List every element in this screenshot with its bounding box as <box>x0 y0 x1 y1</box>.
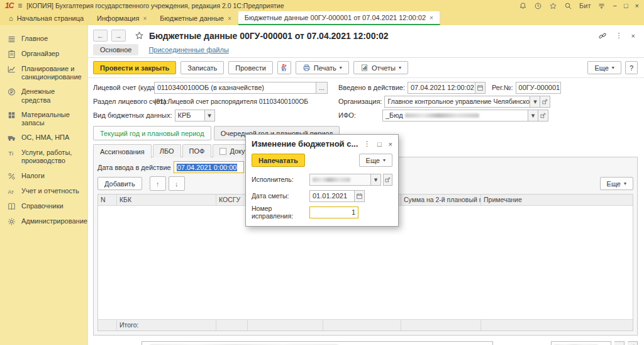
tab-home[interactable]: ⌂ Начальная страница <box>3 11 91 25</box>
calendar-icon[interactable] <box>355 190 365 202</box>
account-input[interactable]: 01103400100ОБ (в казначействе) <box>154 82 316 94</box>
reports-button[interactable]: Отчеты ▾ <box>353 61 408 74</box>
entry-date-input[interactable]: 07.04.2021 0:00:00 <box>174 161 244 173</box>
tab-information[interactable]: Информация × <box>91 11 153 25</box>
post-and-close-button[interactable]: Провести и закрыть <box>93 61 176 74</box>
history-clock-icon[interactable] <box>534 2 542 10</box>
account-section-label: Раздел лицевого счета: <box>93 98 152 105</box>
help-button[interactable]: ? <box>625 61 638 74</box>
open-form-icon[interactable] <box>540 96 550 108</box>
more-button[interactable]: Еще ▾ <box>587 61 621 74</box>
tab-budget-data-list[interactable]: Бюджетные данные × <box>153 11 238 25</box>
notifications-bell-icon[interactable] <box>519 2 527 10</box>
dialog-maximize-icon[interactable]: □ <box>377 140 382 148</box>
executor-label: Исполнитель: <box>252 176 309 183</box>
calendar-icon[interactable] <box>475 82 486 94</box>
favorites-star-icon[interactable] <box>549 2 557 10</box>
table-footer-row: Итого: <box>98 319 633 331</box>
sidebar-item-fixed-assets[interactable]: ОС, НМА, НПА <box>0 130 87 145</box>
tab-label: Начальная страница <box>17 14 84 22</box>
nav-link-attached-files[interactable]: Присоединенные файлы <box>148 46 228 54</box>
main-menu-icon[interactable]: ≡ <box>18 1 22 10</box>
close-tab-icon[interactable]: × <box>430 14 433 21</box>
sidebar-item-materials[interactable]: Материальные запасы <box>0 108 87 130</box>
sidebar-item-money[interactable]: Денежные средства <box>0 84 87 107</box>
add-row-button[interactable]: Добавить <box>97 177 142 190</box>
tab-lbo[interactable]: ЛБО <box>153 144 181 157</box>
budget-kind-input[interactable]: КРБ <box>175 110 205 122</box>
back-button[interactable]: ← <box>93 30 108 42</box>
tab-assignations[interactable]: Ассигнования <box>93 144 152 158</box>
close-document-icon[interactable]: × <box>631 32 635 40</box>
search-icon[interactable] <box>564 2 572 10</box>
close-window-button[interactable]: × <box>635 2 639 9</box>
account-select-button[interactable]: ... <box>316 82 328 94</box>
caret-down-icon: ▾ <box>624 181 626 186</box>
regno-input[interactable]: 00ГУ-000001 <box>516 82 561 94</box>
more-vertical-icon[interactable]: ⋮ <box>616 31 623 40</box>
sidebar-item-accounting[interactable]: Учет и отчетность <box>0 184 87 199</box>
book-icon <box>7 202 16 211</box>
document-nav: Основное Присоединенные файлы <box>88 43 644 58</box>
copy-link-icon[interactable] <box>598 31 607 40</box>
period-current-year-button[interactable]: Текущий год и плановый период <box>93 126 211 140</box>
caret-down-icon: ▾ <box>340 65 342 71</box>
sidebar-item-taxes[interactable]: Налоги <box>0 169 87 184</box>
estimate-date-input[interactable]: 01.01.2021 <box>309 190 355 202</box>
bit-service-menu[interactable]: Бит <box>579 2 591 9</box>
sidebar-item-organizer[interactable]: Органайзер <box>0 47 87 62</box>
sidebar-item-planning[interactable]: Планирование и санкционирование <box>0 62 87 84</box>
tab-budget-data-document[interactable]: Бюджетные данные 00ГУ-000001 от 07.04.20… <box>238 11 440 25</box>
window-titlebar: 1С ≡ [КОПИЯ] Бухгалтерия государственног… <box>0 0 644 11</box>
responsible-input[interactable] <box>551 341 611 345</box>
dtkt-icon: Дт Кт <box>282 64 287 72</box>
correction-number-input[interactable]: 1 <box>309 206 358 218</box>
effective-date-input[interactable]: 07.04.2021 12:00:02 <box>408 82 475 94</box>
ifo-input[interactable]: _Бюд <box>382 110 528 122</box>
ifo-dropdown[interactable]: ▾ <box>528 110 538 122</box>
post-button[interactable]: Провести <box>228 61 273 74</box>
print-estimate-button[interactable]: Напечатать <box>252 154 305 167</box>
button-label: Еще <box>366 157 380 164</box>
sidebar-item-services[interactable]: Услуги, работы, производство <box>0 145 87 168</box>
save-button[interactable]: Записать <box>180 61 224 74</box>
dialog-more-vertical-icon[interactable]: ⋮ <box>364 140 370 148</box>
move-up-button[interactable]: ↑ <box>150 176 166 191</box>
caret-down-icon: ▾ <box>399 65 401 71</box>
comment-input[interactable]: Г <box>142 341 493 345</box>
move-down-button[interactable]: ↓ <box>169 176 185 191</box>
forward-button[interactable]: → <box>111 30 126 42</box>
open-form-icon[interactable] <box>538 110 548 122</box>
dialog-more-button[interactable]: Еще ▾ <box>359 154 392 167</box>
service-settings-icon[interactable] <box>597 2 606 10</box>
entry-date-value: 07.04.2021 0:00:00 <box>177 164 238 171</box>
organization-dropdown[interactable]: ▾ <box>530 96 540 108</box>
tab-pof[interactable]: ПОФ <box>182 144 212 157</box>
table-more-button[interactable]: Еще ▾ <box>600 177 633 190</box>
restore-button[interactable]: □ <box>624 2 628 9</box>
button-label: Напечатать <box>258 157 298 164</box>
minimize-button[interactable]: − <box>613 2 616 9</box>
budget-kind-dropdown[interactable]: ▾ <box>205 110 215 122</box>
close-tab-icon[interactable]: × <box>228 15 231 22</box>
sidebar-item-main[interactable]: Главное <box>0 31 87 47</box>
responsible-dropdown[interactable]: ▾ <box>614 341 625 345</box>
executor-dropdown[interactable]: ▾ <box>371 174 380 186</box>
checkbox-icon[interactable] <box>219 148 226 155</box>
organization-input[interactable]: Главное контрольное управление Челябинск… <box>384 96 530 108</box>
dialog-close-icon[interactable]: × <box>389 140 392 148</box>
dtkt-postings-button[interactable]: Дт Кт <box>277 61 291 74</box>
home-icon: ⌂ <box>9 14 13 22</box>
sidebar-item-label: Планирование и санкционирование <box>21 65 84 81</box>
executor-input[interactable] <box>309 174 371 186</box>
open-form-icon[interactable] <box>383 174 392 186</box>
sidebar-item-administration[interactable]: Администрирование <box>0 214 87 229</box>
favorite-star-icon[interactable] <box>135 31 144 40</box>
sidebar-item-references[interactable]: Справочники <box>0 199 87 214</box>
regno-label: Рег.№: <box>492 84 513 91</box>
report-icon <box>360 64 369 72</box>
print-button[interactable]: Печать ▾ <box>296 61 349 74</box>
nav-tab-main[interactable]: Основное <box>93 44 138 55</box>
close-tab-icon[interactable]: × <box>143 15 147 22</box>
open-form-icon[interactable] <box>628 341 638 345</box>
